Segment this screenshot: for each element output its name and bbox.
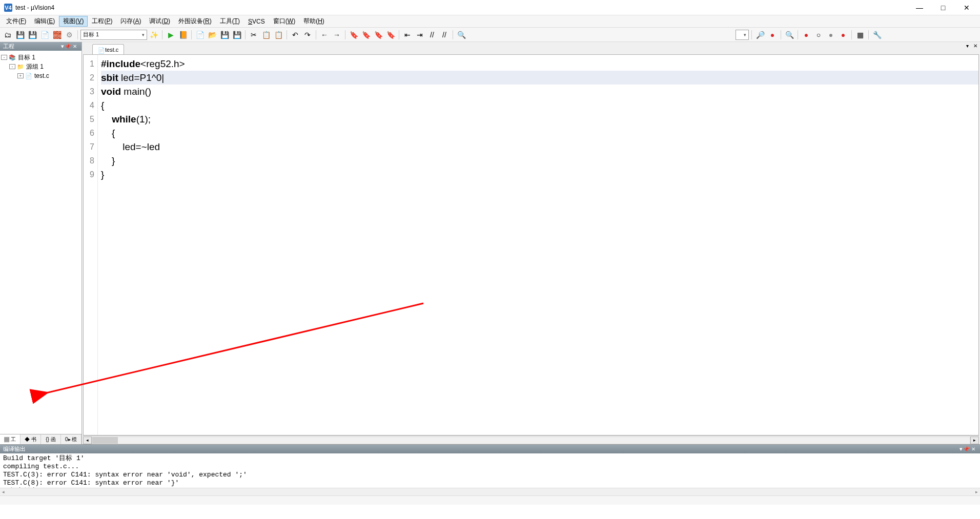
code-line[interactable]: } [101, 154, 978, 168]
run-green-icon[interactable]: ▶ [165, 29, 176, 40]
tree-expander[interactable]: + [17, 73, 24, 78]
menu-v[interactable]: 视图(V) [59, 16, 88, 27]
menu-e[interactable]: 编辑(E) [30, 16, 59, 27]
menu-f[interactable]: 文件(F) [2, 16, 30, 27]
folder-multi-icon[interactable]: 🗂 [2, 29, 13, 40]
editor-close-icon[interactable]: ✕ [972, 43, 979, 49]
panel-close-icon[interactable]: ✕ [71, 44, 78, 49]
maximize-button[interactable]: □ [936, 4, 950, 12]
debug-start-icon[interactable]: 🔎 [754, 29, 766, 40]
tree-node[interactable]: -📁源组 1 [1, 62, 80, 71]
indent-inc-icon[interactable]: ⇥ [414, 29, 425, 40]
menubar: 文件(F)编辑(E)视图(V)工程(P)闪存(A)调试(D)外围设备(R)工具(… [0, 15, 980, 28]
output-panel: 编译输出 ▾ 📌 ✕ Build target '目标 1' compiling… [0, 444, 980, 495]
rec-gray-icon[interactable]: ● [825, 29, 836, 40]
menu-t[interactable]: 工具(T) [216, 16, 244, 27]
find-folder-icon[interactable]: 🔍 [456, 29, 467, 40]
tree-node[interactable]: +📄test.c [1, 71, 80, 80]
comment-icon[interactable]: // [426, 29, 438, 40]
pin-icon[interactable]: 📌 [64, 44, 71, 49]
save-all-icon[interactable]: 💾 [231, 29, 242, 40]
code-line[interactable]: #include<reg52.h> [101, 57, 978, 71]
open-folder-icon[interactable]: 📂 [207, 29, 218, 40]
file-tab-testc[interactable]: 📄 test.c [92, 44, 124, 54]
code-line[interactable]: { [101, 126, 978, 140]
redo-icon[interactable]: ↷ [302, 29, 313, 40]
tools-icon[interactable]: 🔧 [871, 29, 883, 40]
window-config-icon[interactable]: ▦ [854, 29, 866, 40]
menu-w[interactable]: 窗口(W) [269, 16, 299, 27]
nav-back-icon[interactable]: ← [319, 29, 330, 40]
editor-panel-controls: ▾ ✕ [964, 43, 979, 49]
rec-red-icon[interactable]: ● [801, 29, 812, 40]
scroll-track[interactable] [92, 437, 970, 444]
save-icon[interactable]: 💾 [219, 29, 230, 40]
root-icon: 📚 [8, 54, 16, 61]
rec-stop-icon[interactable]: ○ [813, 29, 824, 40]
bookmark-prev-icon[interactable]: 🔖 [360, 29, 372, 40]
window-controls: — □ ✕ [912, 4, 976, 12]
code-line[interactable]: } [101, 168, 978, 181]
code-line[interactable]: { [101, 98, 978, 112]
sidebar-tab-proj[interactable]: ▦ 工 [0, 434, 21, 444]
bookmark-next-icon[interactable]: 🔖 [373, 29, 384, 40]
close-button[interactable]: ✕ [959, 4, 974, 12]
rec-red2-icon[interactable]: ● [838, 29, 849, 40]
wand-icon[interactable]: ✨ [148, 29, 159, 40]
toolbar-separator [77, 30, 78, 39]
disk-multi-icon[interactable]: 💾 [14, 29, 26, 40]
menu-p[interactable]: 工程(P) [88, 16, 116, 27]
find-combo[interactable] [736, 30, 749, 40]
tree-expander[interactable]: - [1, 55, 7, 60]
editor-hscroll[interactable]: ◂ ▸ [83, 435, 979, 444]
output-body[interactable]: Build target '目标 1' compiling test.c... … [0, 453, 980, 488]
tree-node[interactable]: -📚目标 1 [1, 53, 80, 62]
cut-icon[interactable]: ✂ [248, 29, 259, 40]
editor-dropdown-icon[interactable]: ▾ [964, 43, 971, 49]
gear-icon[interactable]: ⚙ [64, 29, 75, 40]
indent-dec-icon[interactable]: ⇤ [402, 29, 413, 40]
code-line[interactable]: sbit led=P1^0| [101, 71, 978, 85]
file-icon: 📄 [25, 72, 33, 79]
menu-d[interactable]: 调试(D) [145, 16, 174, 27]
disk-icon[interactable]: 💾 [27, 29, 38, 40]
sidebar-tab-tmpl[interactable]: 0▸ 模 [61, 434, 81, 444]
code-line[interactable]: void main() [101, 85, 978, 98]
new-page-icon[interactable]: 📄 [194, 29, 206, 40]
menu-a[interactable]: 闪存(A) [116, 16, 145, 27]
code-line[interactable]: led=~led [101, 140, 978, 154]
menu-h[interactable]: 帮助(H) [299, 16, 329, 27]
minimize-button[interactable]: — [912, 4, 927, 12]
breakpoint-ins-icon[interactable]: ● [767, 29, 778, 40]
output-hscroll[interactable]: ◂▸ [0, 488, 980, 495]
panel-close-icon[interactable]: ✕ [970, 446, 977, 452]
page-icon[interactable]: 📄 [39, 29, 50, 40]
zoom-lens-icon[interactable]: 🔍 [784, 29, 795, 40]
target-combo[interactable]: 目标 1 [80, 30, 147, 40]
code-line[interactable]: while(1); [101, 112, 978, 126]
paste-icon[interactable]: 📋 [273, 29, 284, 40]
scroll-right-button[interactable]: ▸ [970, 437, 979, 444]
tree-label: 源组 1 [26, 63, 44, 71]
undo-icon[interactable]: ↶ [290, 29, 301, 40]
scroll-thumb[interactable] [92, 437, 118, 444]
sidebar-tab-book[interactable]: ◆ 书 [21, 434, 41, 444]
menu-s[interactable]: SVCS [244, 17, 269, 26]
pin-icon[interactable]: 📌 [963, 446, 970, 452]
scroll-left-button[interactable]: ◂ [83, 437, 92, 444]
sidebar-tab-func[interactable]: {} 函 [41, 434, 62, 444]
code-area[interactable]: #include<reg52.h>sbit led=P1^0|void main… [98, 55, 978, 435]
toolbar-separator [162, 30, 162, 39]
project-tree[interactable]: -📚目标 1-📁源组 1+📄test.c [0, 51, 81, 434]
brick-icon[interactable]: 🧱 [51, 29, 63, 40]
nav-fwd-icon[interactable]: → [331, 29, 342, 40]
bookmark-toggle-icon[interactable]: 🔖 [348, 29, 359, 40]
menu-r[interactable]: 外围设备(R) [174, 16, 216, 27]
bookmark-clear-icon[interactable]: 🔖 [385, 29, 396, 40]
book-yellow-icon[interactable]: 📙 [177, 29, 189, 40]
editor-body[interactable]: 123456789 #include<reg52.h>sbit led=P1^0… [83, 54, 979, 435]
tree-expander[interactable]: - [9, 64, 15, 69]
uncomment-icon[interactable]: // [439, 29, 450, 40]
copy-icon[interactable]: 📋 [260, 29, 272, 40]
toolbar-separator [781, 30, 781, 39]
